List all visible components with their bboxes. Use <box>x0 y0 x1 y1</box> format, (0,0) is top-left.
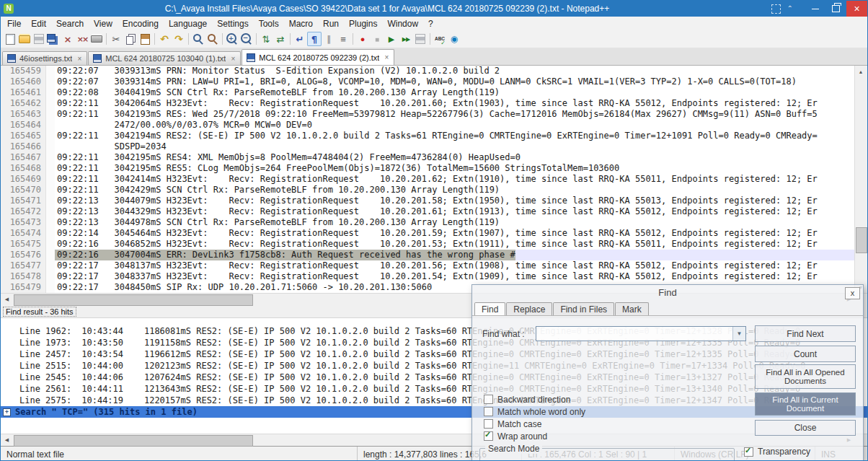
word-wrap-icon[interactable] <box>293 32 307 46</box>
editor-line[interactable]: 165471 09:22:13 3044079mS H323Evt: Recv:… <box>1 196 867 206</box>
undo-icon[interactable] <box>157 32 172 46</box>
expand-icon[interactable]: + <box>3 408 11 416</box>
redo-icon[interactable] <box>172 32 186 46</box>
editor-line[interactable]: 165460 09:22:07 3039314mS PRN: LAW=U PRI… <box>1 76 867 87</box>
transparency-checkbox[interactable]: Transparency <box>744 447 810 457</box>
editor-line[interactable]: 165475 09:22:16 3046852mS H323Evt: Recv:… <box>1 239 867 250</box>
editor-line[interactable]: 165467 09:22:11 3042195mS RES4: XML MemO… <box>1 152 867 163</box>
record-macro-icon[interactable] <box>355 32 370 46</box>
find-what-combobox[interactable]: ▼ <box>536 326 746 341</box>
editor-line[interactable]: 165473 09:22:13 3044978mS SCN Ctrl Rx: P… <box>1 217 867 228</box>
tab-close-icon[interactable]: × <box>230 55 236 63</box>
editor-line[interactable]: 165468 09:22:11 3042195mS RES5: CLog Mem… <box>1 163 867 174</box>
chevron-up-icon[interactable]: ⌃ <box>787 5 793 12</box>
replace-icon[interactable] <box>205 32 220 46</box>
save-all-icon[interactable] <box>46 32 61 46</box>
tab-mcl-624-20180725-103040[interactable]: MCL 624 20180725 103040 (1).txt × <box>88 51 241 65</box>
editor-line[interactable]: 165464 2472/00.00%/0/03.07% MCR=0 MCW=0 … <box>1 120 867 131</box>
editor-line[interactable]: 165465 09:22:11 3042194mS RES2: (SE-E) I… <box>1 131 867 141</box>
play-macro-icon[interactable] <box>384 32 399 46</box>
show-all-characters-icon[interactable] <box>307 32 322 46</box>
checkbox-icon[interactable] <box>484 395 493 404</box>
sync-vertical-icon[interactable] <box>259 32 273 46</box>
find-option-checkbox[interactable]: Wrap around <box>484 431 585 441</box>
tab-mcl-624-20180725-092239[interactable]: MCL 624 20180725 092239 (2).txt × <box>242 49 394 65</box>
find-icon[interactable] <box>191 32 205 46</box>
editor-line[interactable]: 165470 09:22:11 3042429mS SCN Ctrl Rx: P… <box>1 185 867 196</box>
doc-monitor-icon[interactable] <box>447 32 461 46</box>
checkbox-icon[interactable] <box>484 407 493 416</box>
editor-line[interactable]: 165474 09:22:14 3045464mS H323Evt: Recv:… <box>1 228 867 239</box>
tab-close-icon[interactable]: × <box>384 53 389 61</box>
menu-item[interactable]: Window <box>382 17 423 30</box>
find-all-opened-button[interactable]: Find All in All Opened Documents <box>755 364 856 389</box>
editor-line[interactable]: 165472 09:22:13 3044329mS H323Evt: Recv:… <box>1 206 867 217</box>
editor-line[interactable]: 165476 09:22:16 3047004mS ERR: DevLink3 … <box>1 250 867 260</box>
editor-pane[interactable]: 165459 09:22:07 3039313mS PRN: Monitor S… <box>1 65 867 293</box>
find-dialog-tab[interactable]: Replace <box>506 302 552 316</box>
zoom-in-icon[interactable] <box>225 32 239 46</box>
scroll-left-icon[interactable]: ◀ <box>1 434 13 446</box>
copy-icon[interactable] <box>123 32 138 46</box>
close-all-icon[interactable] <box>75 32 89 46</box>
dialog-close-button[interactable]: Close <box>755 420 856 436</box>
scroll-left-icon[interactable]: ◀ <box>1 294 13 305</box>
scroll-up-icon[interactable]: ▲ <box>855 66 867 77</box>
indent-guide-icon[interactable] <box>322 32 336 46</box>
open-file-icon[interactable] <box>17 32 32 46</box>
close-window-button[interactable]: × <box>846 1 867 17</box>
menu-item[interactable]: Encoding <box>118 17 164 30</box>
menu-item[interactable]: Plugins <box>344 17 382 30</box>
menu-item[interactable]: File <box>2 17 26 30</box>
find-dialog-title[interactable]: Find <box>472 285 863 301</box>
save-macro-icon[interactable] <box>413 32 428 46</box>
find-option-checkbox[interactable]: Backward direction <box>484 395 585 404</box>
restore-button[interactable] <box>825 1 846 17</box>
run-macro-multiple-icon[interactable] <box>399 32 413 46</box>
new-file-icon[interactable] <box>3 32 17 46</box>
horizontal-scroll-thumb[interactable] <box>14 435 253 447</box>
find-all-current-button[interactable]: Find All in Current Document <box>755 392 856 416</box>
menu-item[interactable]: View <box>89 17 118 30</box>
menu-item[interactable]: Tools <box>254 17 284 30</box>
menu-item[interactable]: Settings <box>212 17 253 30</box>
save-icon[interactable] <box>32 32 46 46</box>
find-dialog-tab[interactable]: Find in Files <box>553 302 614 316</box>
stop-macro-icon[interactable] <box>370 32 384 46</box>
cut-icon[interactable] <box>109 32 123 46</box>
editor-line[interactable]: 165459 09:22:07 3039313mS PRN: Monitor S… <box>1 66 867 76</box>
user-define-dialog-icon[interactable] <box>336 32 350 46</box>
editor-line[interactable]: 165466 SDSPD=2034 <box>1 141 867 152</box>
zoom-out-icon[interactable] <box>239 32 254 46</box>
menu-item[interactable]: Macro <box>284 17 318 30</box>
editor-line[interactable]: 165478 09:22:17 3048337mS H323Evt: Recv:… <box>1 271 867 282</box>
find-option-checkbox[interactable]: Match case <box>484 419 585 429</box>
print-icon[interactable] <box>89 32 104 46</box>
find-dialog-tab[interactable]: Find <box>474 302 505 316</box>
tab-46iosettings[interactable]: 46iosettings.txt × <box>2 51 87 65</box>
horizontal-scroll-thumb[interactable] <box>14 294 253 306</box>
spell-check-icon[interactable] <box>433 32 447 46</box>
dialog-close-icon[interactable]: x <box>845 287 860 299</box>
sync-horizontal-icon[interactable] <box>273 32 288 46</box>
fit-screen-icon[interactable] <box>771 4 781 14</box>
editor-line[interactable]: 165477 09:22:17 3048137mS H323Evt: Recv:… <box>1 260 867 271</box>
menu-item[interactable]: Edit <box>26 17 51 30</box>
minimize-button[interactable] <box>805 1 825 17</box>
find-next-button[interactable]: Find Next <box>755 325 856 342</box>
find-option-checkbox[interactable]: Match whole word only <box>484 407 585 416</box>
find-dialog-tab[interactable]: Mark <box>615 302 649 316</box>
editor-line[interactable]: 165461 09:22:08 3040419mS SCN Ctrl Rx: P… <box>1 87 867 98</box>
paste-icon[interactable] <box>138 32 152 46</box>
menu-item[interactable]: Run <box>318 17 344 30</box>
editor-vertical-scrollbar[interactable]: ▲ ▼ <box>854 66 867 293</box>
close-file-icon[interactable] <box>61 32 75 46</box>
chevron-down-icon[interactable]: ▼ <box>732 327 745 341</box>
checkbox-icon[interactable] <box>484 431 493 441</box>
editor-line[interactable]: 165469 09:22:11 3042414mS H323Evt: Recv:… <box>1 174 867 185</box>
count-button[interactable]: Count <box>755 346 856 362</box>
tab-close-icon[interactable]: × <box>76 55 82 63</box>
menu-item[interactable]: ? <box>423 17 438 30</box>
editor-line[interactable]: 165463 09:22:11 3042193mS RES: Wed 25/7/… <box>1 109 867 120</box>
menu-item[interactable]: Search <box>51 17 89 30</box>
